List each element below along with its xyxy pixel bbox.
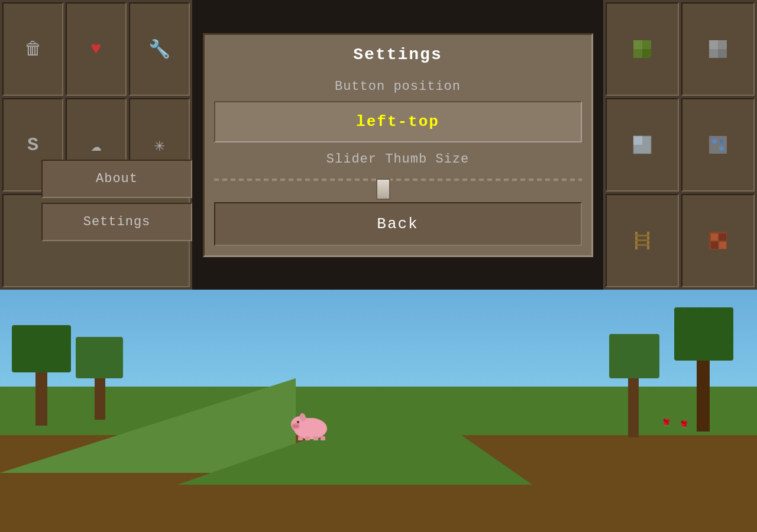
back-button-label: Back <box>377 215 418 233</box>
cloud-icon: ☁ <box>82 131 111 159</box>
svg-rect-15 <box>635 239 649 241</box>
svg-rect-2 <box>642 49 651 58</box>
heart-icon: ♥ <box>82 35 111 63</box>
inv-cell-1[interactable]: 🗑 <box>2 2 63 96</box>
flower-2: 🌹 <box>679 420 689 430</box>
button-position-label: Button position <box>205 74 591 99</box>
svg-rect-32 <box>321 436 325 440</box>
svg-rect-20 <box>711 242 718 249</box>
stone-block-icon <box>704 35 732 63</box>
pig <box>290 408 331 443</box>
inv-cell-3[interactable]: 🔧 <box>129 2 190 96</box>
svg-rect-31 <box>313 436 318 440</box>
slider-section: Slider Thumb Size <box>205 145 591 193</box>
svg-rect-21 <box>719 242 726 249</box>
svg-point-11 <box>720 140 723 143</box>
svg-rect-7 <box>633 136 642 145</box>
trash-icon: 🗑 <box>19 35 47 63</box>
svg-rect-14 <box>635 235 649 236</box>
ladder-block-icon <box>628 226 656 255</box>
svg-point-9 <box>712 139 717 144</box>
inv-cell-2[interactable]: ♥ <box>66 2 127 96</box>
top-inventory-area: 🗑 ♥ 🔧 S ☁ ✳ About Settings <box>0 0 757 290</box>
ore-block-icon <box>704 131 732 159</box>
svg-point-24 <box>292 423 300 429</box>
left-menu: About Settings <box>41 160 192 246</box>
game-scene: 🌹 🌹 ♥ ♥ ♥ ♥ ♥ ♥ ♥ <box>0 290 757 532</box>
slider-thumb-size-label: Slider Thumb Size <box>214 152 582 167</box>
svg-rect-18 <box>711 233 718 241</box>
right-inv-cell-5[interactable] <box>606 194 679 287</box>
slider-line <box>214 179 582 181</box>
svg-point-26 <box>296 426 298 427</box>
settings-modal: Settings Button position left-top Slider… <box>203 33 593 257</box>
svg-rect-29 <box>298 436 303 440</box>
svg-rect-30 <box>305 436 310 440</box>
right-inv-cell-4[interactable] <box>681 98 755 192</box>
svg-rect-5 <box>718 49 727 58</box>
tree-block-icon <box>628 35 656 63</box>
sun-icon: ✳ <box>145 131 174 159</box>
s-icon: S <box>19 131 47 159</box>
glass-block-icon <box>628 131 656 159</box>
svg-rect-19 <box>719 233 726 241</box>
slider-track[interactable] <box>214 174 582 186</box>
tree-canopy-2 <box>76 337 123 378</box>
redstone-block-icon <box>704 226 732 255</box>
right-inv-cell-6[interactable] <box>681 194 755 287</box>
tree-canopy-right-1 <box>674 307 733 361</box>
right-inv-cell-3[interactable] <box>606 98 679 192</box>
settings-button[interactable]: Settings <box>41 203 192 241</box>
svg-rect-16 <box>635 244 649 246</box>
svg-point-27 <box>297 421 299 423</box>
svg-point-25 <box>294 426 296 427</box>
tree-canopy-1 <box>12 325 71 372</box>
svg-rect-8 <box>709 136 727 154</box>
right-inv-cell-2[interactable] <box>681 2 755 96</box>
back-button[interactable]: Back <box>214 202 582 246</box>
button-position-text: left-top <box>356 113 439 131</box>
tree-canopy-right-2 <box>609 334 659 378</box>
flower-1: 🌹 <box>661 419 671 429</box>
svg-rect-1 <box>633 40 642 49</box>
right-inv-cell-1[interactable] <box>606 2 679 96</box>
right-inventory-grid <box>603 0 757 290</box>
svg-point-10 <box>719 146 724 151</box>
modal-overlay: Settings Button position left-top Slider… <box>192 0 603 290</box>
slider-thumb[interactable] <box>376 179 390 200</box>
modal-title: Settings <box>205 35 591 74</box>
about-button[interactable]: About <box>41 160 192 198</box>
button-position-value[interactable]: left-top <box>214 101 582 142</box>
wrench-icon: 🔧 <box>145 35 174 63</box>
svg-rect-4 <box>709 40 718 49</box>
left-inventory-grid: 🗑 ♥ 🔧 S ☁ ✳ <box>0 0 192 290</box>
